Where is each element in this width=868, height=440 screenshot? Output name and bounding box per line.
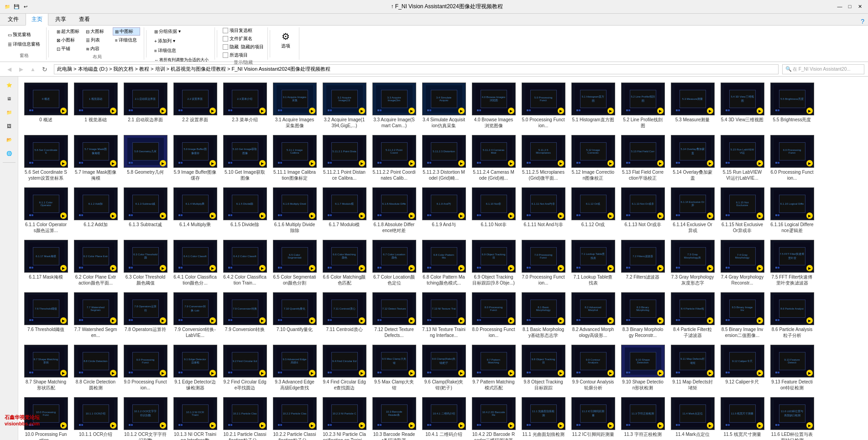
list-item[interactable]: 6.1.6 Multiply Divid ▶6.1.6 Multiply Div… [271,185,319,236]
list-item[interactable]: 5.11.2.2 Point Coord ▶5.11.2.2 Point Coo… [370,133,418,183]
list-item[interactable]: 4.0 Browse Images浏览图 ▶4.0 Browse Images浏… [470,80,518,131]
list-item[interactable]: 6.1.8 Absolute Diffe ▶6.1.8 Absolute Dif… [370,185,418,236]
refresh-button[interactable]: ↻ [39,64,50,75]
list-item[interactable]: 7.10 Quantify量化 ▶7.10 Quantify量化 [271,290,319,341]
list-item[interactable]: 6.1.11 Not And与非 ▶6.1.11 Not And与非 [519,185,567,236]
list-item[interactable]: 5.15 Run LabVIEW VI运 ▶5.15 Run LabVIEW V… [718,133,766,183]
tab-file[interactable]: 文件 [2,13,25,25]
list-item[interactable]: 6.1.1 Color Operator ▶6.1.1 Color Operat… [22,185,70,236]
list-item[interactable]: 6.1.14 Exclusive Or异 ▶6.1.14 Exclusive O… [669,185,716,236]
quick-access-desktop[interactable]: 🖥 [2,92,16,105]
list-item[interactable]: 10.3 Barcode Reader条 ▶10.3 Barcode Reade… [370,395,418,440]
list-item[interactable]: 10.1.1 OCR介绍 ▶10.1.1 OCR介绍 [72,395,120,440]
list-item[interactable]: 6.1.5 Divide除 ▶6.1.5 Divide除 [221,185,269,236]
list-item[interactable]: 10.4.2 2D Barcode Re ▶10.4.2 2D Barcode … [470,395,518,440]
list-item[interactable]: 5.11.2.1 Point Dista ▶5.11.2.1 Point Dis… [320,133,368,183]
list-item[interactable]: 10.1.3 NI OCR Traini ▶10.1.3 NI OCR Trai… [171,395,219,440]
list-item[interactable]: 6.1.10 Not非 ▶6.1.10 Not非 [470,185,518,236]
list-item[interactable]: 5.8 Geometry几何 ▶5.8 Geometry几何 [121,133,169,183]
list-item[interactable]: 9.0 Processing Funct ▶9.0 Processing Fun… [121,342,169,393]
list-item[interactable]: 3.1 Acquire Images采集 ▶3.1 Acquire Images… [271,80,319,131]
list-item[interactable]: 5.11.1 Image Calibra ▶5.11.1 Image Calib… [271,133,319,183]
help-button[interactable]: ? [861,18,864,25]
list-item[interactable]: 6.1.7 Modulo模 ▶6.1.7 Modulo模 [320,185,368,236]
list-item[interactable]: 5.11.2.5 Microplanes ▶5.11.2.5 Microplan… [519,133,567,183]
checkbox-item-extensions[interactable]: 文件扩展名 [223,36,264,42]
detail-info-button[interactable]: ≡ 详细信息 [152,47,211,55]
list-item[interactable]: 10.2.1 Particle Clas ▶10.2.1 Particle Cl… [221,395,269,440]
list-item[interactable]: 1 视觉基础 ▶1 视觉基础 [72,80,120,131]
options-button[interactable]: ⚙ 选项 [277,30,295,51]
search-box[interactable]: 🔍 在 F_NI Vision Assistant20... [782,64,864,74]
medium-icon-btn[interactable]: ⊞ 中图标 [113,27,140,36]
list-item[interactable]: 7.3 Gray Morphology灰 ▶7.3 Gray Morpholog… [669,238,716,288]
checkbox-item-hidden[interactable]: 隐藏隐藏的项目 [223,44,264,50]
list-item[interactable]: 6.1.13 Not Or或非 ▶6.1.13 Not Or或非 [619,185,667,236]
list-item[interactable]: 7.13 NI Texture Trai ▶7.13 NI Texture Tr… [420,290,468,341]
list-item[interactable]: 7.9 Conversion转换 ▶7.9 Conversion转换 [221,290,269,341]
list-item[interactable]: 7.5 FFT Filter快速傅里叶变 ▶7.5 FFT Filter快速傅里… [768,238,816,288]
detail-pane-button[interactable]: ☰ 详细信息窗格 [5,40,42,48]
list-item[interactable]: 5.14 Overlay叠加蒙盖 ▶5.14 Overlay叠加蒙盖 [669,133,716,183]
list-item[interactable]: 2.1 启动双边界面 ▶2.1 启动双边界面 [121,80,169,131]
list-item[interactable]: 9.13 Feature Detecti ▶9.13 Feature Detec… [768,342,816,393]
maximize-button[interactable]: □ [845,2,854,11]
content-btn[interactable]: ≋ 内容 [84,45,111,53]
list-item[interactable]: 10.1.2 OCR文字字符识别数 ▶10.1.2 OCR文字字符识别数 [121,395,169,440]
quick-access-network[interactable]: 🌐 [2,147,16,160]
list-item[interactable]: 7.4 Gray Morphology ▶7.4 Gray Morphology… [718,238,766,288]
list-item[interactable]: 6.6 Color Matching颜色 ▶6.6 Color Matching… [320,238,368,288]
list-item[interactable]: 5.11.2.4 Cameras Mod ▶5.11.2.4 Cameras M… [470,133,518,183]
list-item[interactable]: 9.10 Shape Detection ▶9.10 Shape Detecti… [619,342,667,393]
list-btn[interactable]: ☰ 列表 [84,36,111,44]
list-item[interactable]: 8.8 Circle Detection ▶8.8 Circle Detecti… [72,342,120,393]
list-item[interactable]: 8.3 Binary Morpholog ▶8.3 Binary Morphol… [619,290,667,341]
large-icon-btn[interactable]: ⊟ 大图标 [84,27,111,36]
list-item[interactable]: 10.2.3 NI Particle C ▶10.2.3 NI Particle… [320,395,368,440]
list-item[interactable]: 9.3 Advanced Edge高级E ▶9.3 Advanced Edge高… [271,342,319,393]
quick-access-image[interactable]: 🖼 [2,119,16,132]
list-item[interactable]: 5.6 Set Coordinate S ▶5.6 Set Coordinate… [22,133,70,183]
fit-columns-button[interactable]: ↔ 将所有列调整为合适的大小 [152,56,211,64]
quick-access-docs[interactable]: 📂 [2,133,16,146]
list-item[interactable]: 5.1 Histogram直方图 ▶5.1 Histogram直方图 [569,80,617,131]
list-item[interactable]: 5.7 Image Mask图像掩模 ▶5.7 Image Mask图像掩模 [72,133,120,183]
list-item[interactable]: 8.5 Binary Image Inv ▶8.5 Binary Image I… [718,290,766,341]
list-item[interactable]: 6.1.2 Add加 ▶6.1.2 Add加 [72,185,120,236]
list-item[interactable]: 5.3 Measure测量 ▶5.3 Measure测量 [669,80,716,131]
tab-share[interactable]: 共享 [49,13,72,25]
list-item[interactable]: 11.5 线宽尺寸测量 ▶11.5 线宽尺寸测量 [718,395,766,440]
list-item[interactable]: 7.8 Operators运算符 ▶7.8 Operators运算符 [121,290,169,341]
list-item[interactable]: 7.0 Processing Funct ▶7.0 Processing Fun… [519,238,567,288]
list-item[interactable]: 6.1.12 Or或 ▶6.1.12 Or或 [569,185,617,236]
list-item[interactable]: 7.2 Filters滤波器 ▶7.2 Filters滤波器 [619,238,667,288]
address-path[interactable]: 此电脑 > 本地磁盘 (D:) > 我的文档 > 教程 > 培训 > 机器视觉与… [54,64,779,74]
checkbox-checkboxes[interactable] [223,28,228,33]
list-item[interactable]: 9.1 Edge Detector边缘检 ▶9.1 Edge Detector边… [171,342,219,393]
list-item[interactable]: 9.9 Contour Analysis ▶9.9 Contour Analys… [569,342,617,393]
list-item[interactable]: 9.12 Caliper卡尺 ▶9.12 Caliper卡尺 [718,342,766,393]
tab-home[interactable]: 主页 [26,13,48,26]
checkbox-extensions[interactable] [223,36,228,41]
list-item[interactable]: 7.12 Detect Texture ▶7.12 Detect Texture… [370,290,418,341]
add-col-button[interactable]: + 添加列 ▾ [152,37,211,45]
list-item[interactable]: 11.1 光曲面划痕检测 ▶11.1 光曲面划痕检测 [519,395,567,440]
checkbox-item-checkboxes[interactable]: 项目复选框 [223,27,264,34]
list-item[interactable]: 5.11.2.3 Distortion ▶5.11.2.3 Distortion… [420,133,468,183]
list-item[interactable]: 5.10 Get Image获取图像 ▶5.10 Get Image获取图像 [221,133,269,183]
minimize-button[interactable]: — [835,2,844,11]
list-item[interactable]: 5.13 Flat Field Corr ▶5.13 Flat Field Co… [619,133,667,183]
back-button[interactable]: ◀ [4,64,15,75]
list-item[interactable]: 6.3 Color Threshold颜 ▶6.3 Color Threshol… [121,238,169,288]
list-item[interactable]: 8.6 Particle Analysi ▶8.6 Particle Analy… [768,290,816,341]
list-item[interactable]: 6.7 Color Location颜色 ▶6.7 Color Location… [370,238,418,288]
list-item[interactable]: 7.9 Conversion转换-Lab ▶7.9 Conversion转换-L… [171,290,219,341]
list-item[interactable]: 3.2 Acquire Image(13 ▶3.2 Acquire Image(… [320,80,368,131]
list-item[interactable]: 0 概述 ▶0 概述 [22,80,70,131]
forward-button[interactable]: ▶ [16,64,26,75]
list-item[interactable]: 3.4 Simulate Acquisi ▶3.4 Simulate Acqui… [420,80,468,131]
list-item[interactable]: 3.3 Acquire Image(Sm ▶3.3 Acquire Image(… [370,80,418,131]
detail-btn[interactable]: ≡ 详细信息 [113,36,140,44]
list-item[interactable]: 5.2 Line Profile线剖图 ▶5.2 Line Profile线剖图 [619,80,667,131]
list-item[interactable]: 11.4 Mark点定位 ▶11.4 Mark点定位 [669,395,716,440]
